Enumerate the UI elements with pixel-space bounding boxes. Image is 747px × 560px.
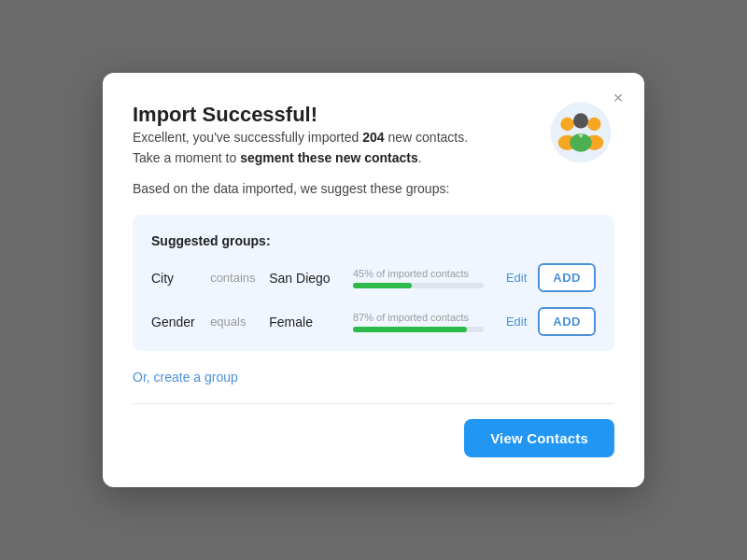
import-success-modal: × Import Successful! Excellent, you've s… — [103, 73, 644, 488]
edit-button-0[interactable]: Edit — [495, 271, 538, 285]
group-value-0: San Diego — [269, 271, 342, 286]
progress-label-1: 87% of imported contacts — [353, 312, 484, 323]
footer-divider — [133, 403, 614, 404]
modal-footer: View Contacts — [133, 419, 614, 457]
description-prefix: Excellent, you've successfully imported — [133, 130, 362, 145]
progress-bar-fill-0 — [353, 283, 412, 288]
progress-label-0: 45% of imported contacts — [353, 268, 484, 279]
group-row-0: City contains San Diego 45% of imported … — [151, 263, 596, 292]
group-operator-1: equals — [210, 315, 269, 329]
svg-point-1 — [560, 117, 573, 130]
group-row-1: Gender equals Female 87% of imported con… — [151, 307, 596, 336]
suggested-groups-title: Suggested groups: — [151, 233, 596, 248]
groups-illustration — [547, 99, 614, 170]
description-line2-suffix: . — [418, 150, 422, 165]
progress-bar-bg-1 — [353, 327, 484, 332]
group-field-1: Gender — [151, 315, 210, 329]
description-line2-prefix: Take a moment to — [133, 150, 240, 165]
group-value-1: Female — [269, 315, 342, 329]
progress-area-0: 45% of imported contacts — [353, 268, 484, 288]
segment-bold: segment these new contacts — [240, 150, 418, 165]
create-group-link[interactable]: Or, create a group — [133, 351, 238, 403]
modal-header: Import Successful! Excellent, you've suc… — [133, 103, 614, 197]
group-operator-0: contains — [210, 271, 269, 285]
suggest-text: Based on the data imported, we suggest t… — [133, 181, 529, 196]
view-contacts-button[interactable]: View Contacts — [464, 419, 614, 457]
progress-bar-fill-1 — [353, 327, 467, 332]
svg-point-0 — [551, 102, 612, 162]
modal-title: Import Successful! — [133, 103, 529, 127]
svg-point-3 — [587, 117, 600, 130]
edit-button-1[interactable]: Edit — [495, 315, 538, 329]
progress-area-1: 87% of imported contacts — [353, 312, 484, 332]
imported-count: 204 — [362, 130, 384, 145]
group-field-0: City — [151, 271, 210, 286]
close-button[interactable]: × — [607, 88, 629, 110]
description-text: Excellent, you've successfully imported … — [133, 127, 529, 169]
description-suffix: new contacts. — [385, 130, 469, 145]
header-content: Import Successful! Excellent, you've suc… — [133, 103, 529, 197]
suggested-groups-section: Suggested groups: City contains San Dieg… — [133, 215, 614, 351]
add-button-1[interactable]: ADD — [538, 307, 596, 336]
svg-point-5 — [573, 113, 588, 128]
progress-bar-bg-0 — [353, 283, 484, 288]
add-button-0[interactable]: ADD — [538, 263, 596, 292]
